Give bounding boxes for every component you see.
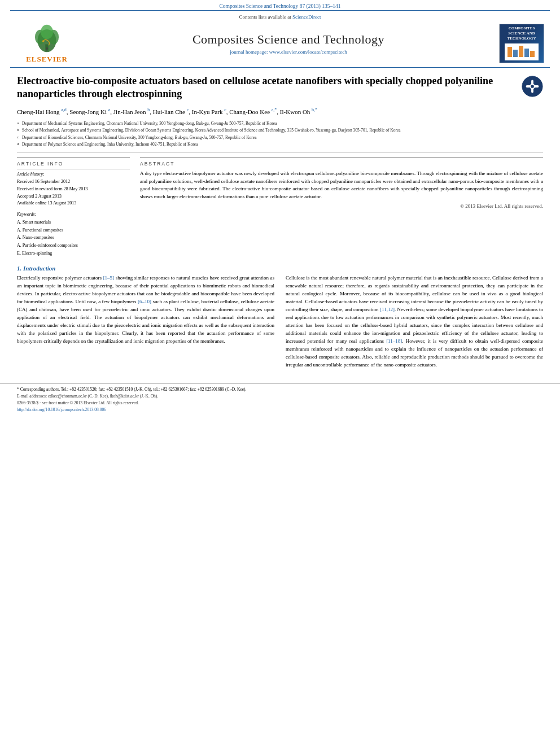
history-accepted: Accepted 2 August 2013 <box>17 193 130 200</box>
intro-col1: Electrically responsive polymer actuator… <box>17 274 274 371</box>
affil-c-text: Department of Biomedical Sciences, Chonn… <box>22 134 257 141</box>
abstract-text: A dry type electro-active biopolymer act… <box>140 170 543 200</box>
svg-point-4 <box>41 25 53 40</box>
article-info-section: ARTICLE INFO Article history: Received 1… <box>17 157 130 257</box>
intro-two-col: Electrically responsive polymer actuator… <box>17 274 543 371</box>
history-label: Article history: <box>17 172 130 177</box>
svg-rect-9 <box>513 50 518 57</box>
history-received: Received 16 September 2012 <box>17 178 130 186</box>
intro-col2-text: Cellulose is the most abundant renewable… <box>286 274 543 369</box>
corresponding-note: * Corresponding authors. Tel.: +82 42350… <box>17 387 543 392</box>
svg-point-6 <box>46 47 48 50</box>
history-revised: Received in revised form 28 May 2013 <box>17 186 130 193</box>
abstract-copyright: © 2013 Elsevier Ltd. All rights reserved… <box>140 203 543 209</box>
issn-note: 0266-3538/$ - see front matter © 2013 El… <box>17 400 543 407</box>
journal-center: Composites Science and Technology journa… <box>78 32 499 55</box>
doi-link[interactable]: http://dx.doi.org/10.1016/j.compscitech.… <box>17 407 106 412</box>
keyword-3: A. Nano-composites <box>17 234 130 242</box>
elsevier-brand-text: ELSEVIER <box>26 55 68 64</box>
affiliation-b: b School of Mechanical, Aerospace and Sy… <box>17 127 543 133</box>
journal-title: Composites Science and Technology <box>78 32 499 47</box>
svg-point-5 <box>42 40 45 42</box>
svg-rect-12 <box>530 51 535 57</box>
article-info-label: ARTICLE INFO <box>17 161 130 167</box>
elsevier-logo: ELSEVIER <box>16 23 78 64</box>
history-online: Available online 13 August 2013 <box>17 200 130 207</box>
cite-6-10[interactable]: [6–10] <box>138 299 151 304</box>
sciencedirect-link[interactable]: ScienceDirect <box>292 14 321 20</box>
email-note-text: E-mail addresses: cdkee@chonnam.ac.kr (C… <box>17 394 158 399</box>
contents-label: Contents lists available at <box>239 14 291 20</box>
journal-header-row: ELSEVIER Composites Science and Technolo… <box>10 23 550 64</box>
svg-rect-11 <box>524 49 529 57</box>
authors-line: Cheng-Hai Hong a,d, Seong-Jong Ki a, Jin… <box>17 107 543 117</box>
abstract-section: ABSTRACT A dry type electro-active biopo… <box>140 157 543 209</box>
body-content: 1. Introduction Electrically responsive … <box>17 265 543 371</box>
abstract-column: ABSTRACT A dry type electro-active biopo… <box>140 157 543 257</box>
affil-d-text: Department of Polymer Science and Engine… <box>22 141 198 147</box>
article-info-column: ARTICLE INFO Article history: Received 1… <box>17 157 130 257</box>
divider-1 <box>17 152 543 152</box>
affiliation-a: a Department of Mechanical Systems Engin… <box>17 120 543 126</box>
journal-citation-bar: Composites Science and Technology 87 (20… <box>0 0 560 10</box>
paper-title-section: Electroactive bio-composite actuators ba… <box>17 75 543 101</box>
intro-heading: 1. Introduction <box>17 265 543 272</box>
cite-11-18[interactable]: [11–18] <box>386 338 402 344</box>
crossmark-icon <box>522 76 543 97</box>
thumbnail-content: COMPOSITESSCIENCE ANDTECHNOLOGY <box>503 24 540 62</box>
affil-a-text: Department of Mechanical Systems Enginee… <box>22 120 277 126</box>
issn-text: 0266-3538/$ - see front matter © 2013 El… <box>17 400 139 405</box>
abstract-label: ABSTRACT <box>140 161 543 167</box>
paper-title: Electroactive bio-composite actuators ba… <box>17 75 522 101</box>
keyword-1: A. Smart materials <box>17 219 130 226</box>
doi-note: http://dx.doi.org/10.1016/j.compscitech.… <box>17 407 543 413</box>
keyword-5: E. Electro-spinning <box>17 250 130 257</box>
journal-header: Contents lists available at ScienceDirec… <box>10 10 550 68</box>
affiliations: a Department of Mechanical Systems Engin… <box>17 120 543 147</box>
affiliation-c: c Department of Biomedical Sciences, Cho… <box>17 134 543 141</box>
keyword-2: A. Functional composites <box>17 226 130 234</box>
keywords-label: Keywords: <box>17 212 130 217</box>
corresponding-note-text: * Corresponding authors. Tel.: +82 42350… <box>17 387 246 392</box>
article-info-abstract-row: ARTICLE INFO Article history: Received 1… <box>17 157 543 257</box>
journal-citation-text: Composites Science and Technology 87 (20… <box>220 3 341 9</box>
svg-rect-8 <box>508 47 512 57</box>
affiliation-d: d Department of Polymer Science and Engi… <box>17 141 543 147</box>
main-content: Electroactive bio-composite actuators ba… <box>0 68 560 377</box>
journal-homepage: journal homepage: www.elsevier.com/locat… <box>78 49 499 55</box>
page: Composites Science and Technology 87 (20… <box>0 0 560 747</box>
cite-11-12[interactable]: [11,12] <box>380 307 395 312</box>
elsevier-tree-icon <box>27 23 67 54</box>
keywords-section: Keywords: A. Smart materials A. Function… <box>17 212 130 257</box>
svg-point-15 <box>531 85 534 88</box>
keyword-4: A. Particle-reinforced composites <box>17 242 130 250</box>
journal-thumbnail: COMPOSITESSCIENCE ANDTECHNOLOGY <box>499 24 544 63</box>
article-history: Article history: Received 16 September 2… <box>17 169 130 207</box>
cite-1-5[interactable]: [1–5] <box>103 275 115 281</box>
intro-col2: Cellulose is the most abundant renewable… <box>286 274 543 371</box>
affil-b-text: School of Mechanical, Aerospace and Syst… <box>22 127 401 133</box>
svg-rect-10 <box>519 46 523 57</box>
page-footer: * Corresponding authors. Tel.: +82 42350… <box>0 383 560 413</box>
intro-col1-text: Electrically responsive polymer actuator… <box>17 274 274 345</box>
email-note: E-mail addresses: cdkee@chonnam.ac.kr (C… <box>17 393 543 400</box>
